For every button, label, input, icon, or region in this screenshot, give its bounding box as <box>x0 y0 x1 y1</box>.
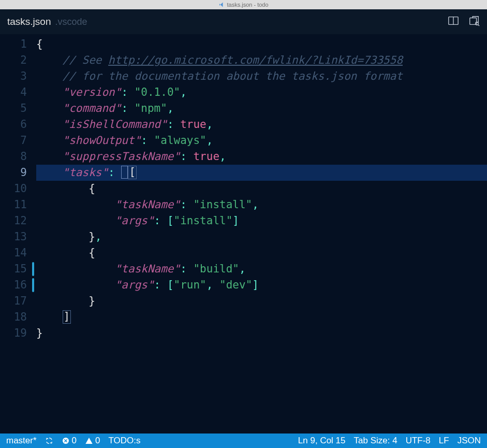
line-number: 19 <box>0 325 36 341</box>
tab-filename: tasks.json <box>7 16 51 27</box>
status-encoding[interactable]: UTF-8 <box>402 436 435 446</box>
line-number: 16 <box>0 277 36 293</box>
line-number: 15 <box>0 261 36 277</box>
code-line: // See http://go.microsoft.com/fwlink/?L… <box>36 52 487 68</box>
line-number: 1 <box>0 36 36 52</box>
status-cursor-pos[interactable]: Ln 9, Col 15 <box>294 436 350 446</box>
svg-line-4 <box>478 25 479 26</box>
warning-icon <box>85 437 93 445</box>
code-line: { <box>36 36 487 52</box>
code-line: } <box>36 293 487 309</box>
status-language[interactable]: JSON <box>453 436 485 446</box>
line-number: 7 <box>0 133 36 149</box>
cursor <box>121 166 128 179</box>
doc-link[interactable]: http://go.microsoft.com/fwlink/?LinkId=7… <box>108 54 403 66</box>
editor[interactable]: 12345678910111213141516171819 { // See h… <box>0 34 487 433</box>
code-line: "args": ["run", "dev"] <box>36 277 487 293</box>
line-number: 8 <box>0 149 36 165</box>
code-line: // for the documentation about the tasks… <box>36 68 487 84</box>
tab-directory: .vscode <box>55 17 87 27</box>
svg-point-3 <box>476 22 479 25</box>
code-line: "taskName": "build", <box>36 261 487 277</box>
code-line: "version": "0.1.0", <box>36 84 487 100</box>
status-tabsize[interactable]: Tab Size: 4 <box>350 436 402 446</box>
line-number: 14 <box>0 245 36 261</box>
status-git-branch[interactable]: master* <box>2 436 41 446</box>
code-line: "taskName": "install", <box>36 197 487 213</box>
code-line: } <box>36 325 487 341</box>
line-number: 9 <box>0 165 36 181</box>
line-number: 17 <box>0 293 36 309</box>
status-bar: master* 0 0 TODO:s Ln 9, Col 15 Tab Size… <box>0 433 487 448</box>
window-titlebar: tasks.json - todo <box>0 0 487 9</box>
window-title: tasks.json - todo <box>227 2 268 8</box>
line-number: 2 <box>0 52 36 68</box>
split-editor-icon[interactable] <box>448 15 459 28</box>
code-line: "suppressTaskName": true, <box>36 149 487 165</box>
line-number: 11 <box>0 197 36 213</box>
status-eol[interactable]: LF <box>435 436 453 446</box>
line-number: 10 <box>0 181 36 197</box>
code-line: "command": "npm", <box>36 100 487 117</box>
code-line: }, <box>36 229 487 245</box>
line-number: 4 <box>0 84 36 100</box>
line-number: 13 <box>0 229 36 245</box>
line-number-gutter: 12345678910111213141516171819 <box>0 34 36 433</box>
show-opened-icon[interactable] <box>468 15 480 28</box>
code-line-active: "tasks": [ <box>36 165 487 181</box>
bracket-match-open: [ <box>128 166 137 179</box>
code-line: "args": ["install"] <box>36 213 487 229</box>
code-line: { <box>36 181 487 197</box>
line-number: 3 <box>0 68 36 84</box>
tab-bar: tasks.json .vscode <box>0 9 487 34</box>
status-errors[interactable]: 0 <box>57 436 81 446</box>
code-line: ] <box>36 309 487 325</box>
line-number: 6 <box>0 117 36 133</box>
line-number: 18 <box>0 309 36 325</box>
code-line: { <box>36 245 487 261</box>
line-number: 12 <box>0 213 36 229</box>
error-icon <box>62 437 70 445</box>
bracket-match-close: ] <box>63 310 71 324</box>
status-warnings[interactable]: 0 <box>81 436 104 446</box>
code-line: "showOutput": "always", <box>36 133 487 149</box>
vscode-icon <box>218 2 225 8</box>
status-todos[interactable]: TODO:s <box>105 436 145 446</box>
code-area[interactable]: { // See http://go.microsoft.com/fwlink/… <box>36 34 487 433</box>
tab-active[interactable]: tasks.json .vscode <box>7 16 87 27</box>
status-sync-icon[interactable] <box>41 437 57 445</box>
line-number: 5 <box>0 100 36 117</box>
code-line: "isShellCommand": true, <box>36 117 487 133</box>
